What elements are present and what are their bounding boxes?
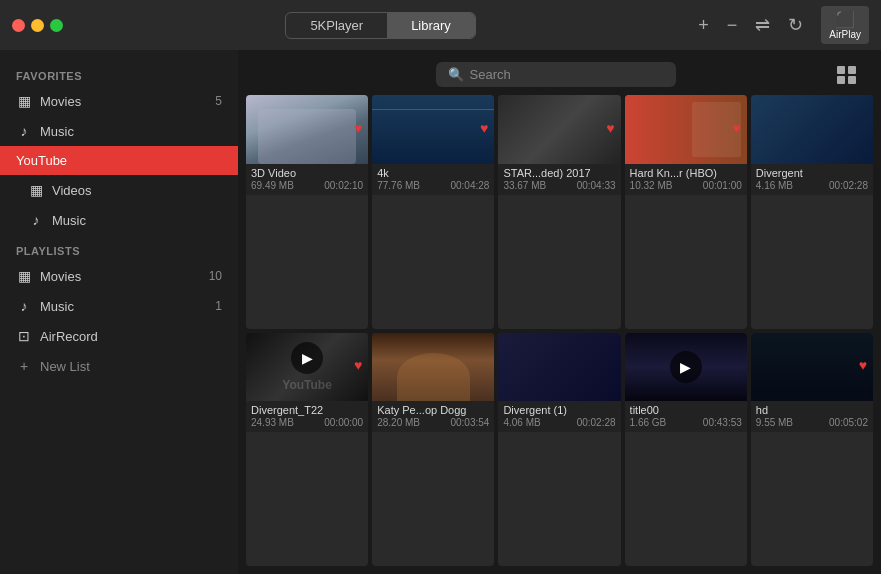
heart-icon[interactable]: ♥ bbox=[354, 357, 362, 373]
heart-icon[interactable]: ♥ bbox=[480, 120, 488, 136]
video-title: Katy Pe...op Dogg bbox=[377, 404, 489, 416]
airrecord-icon: ⊡ bbox=[16, 328, 32, 344]
video-duration: 00:03:54 bbox=[450, 417, 489, 428]
video-size: 4.16 MB bbox=[756, 180, 793, 191]
video-duration: 00:02:10 bbox=[324, 180, 363, 191]
video-card-v2[interactable]: ♥4k77.76 MB00:04:28 bbox=[372, 95, 494, 329]
sidebar-item-label: Music bbox=[40, 299, 74, 314]
movies-icon: ▦ bbox=[16, 93, 32, 109]
video-card-v7[interactable]: Katy Pe...op Dogg28.20 MB00:03:54 bbox=[372, 333, 494, 567]
heart-icon[interactable]: ♥ bbox=[606, 120, 614, 136]
close-button[interactable] bbox=[12, 19, 25, 32]
traffic-lights bbox=[12, 19, 63, 32]
video-duration: 00:02:28 bbox=[577, 417, 616, 428]
grid-view-toggle[interactable] bbox=[837, 66, 857, 84]
sidebar-item-yt-videos[interactable]: ▦ Videos bbox=[0, 175, 238, 205]
titlebar-right: + − ⇌ ↻ ⬛ AirPlay bbox=[698, 6, 869, 44]
video-duration: 00:43:53 bbox=[703, 417, 742, 428]
add-list-icon: + bbox=[16, 358, 32, 374]
video-title: Divergent_T22 bbox=[251, 404, 363, 416]
sidebar-item-airrecord[interactable]: ⊡ AirRecord bbox=[0, 321, 238, 351]
video-grid: ♥3D Video69.49 MB00:02:10♥4k77.76 MB00:0… bbox=[238, 95, 881, 574]
video-size: 33.67 MB bbox=[503, 180, 546, 191]
video-duration: 00:04:33 bbox=[577, 180, 616, 191]
video-size: 69.49 MB bbox=[251, 180, 294, 191]
sidebar-item-count: 1 bbox=[215, 299, 222, 313]
add-icon[interactable]: + bbox=[698, 15, 709, 36]
video-duration: 00:04:28 bbox=[450, 180, 489, 191]
refresh-icon[interactable]: ↻ bbox=[788, 14, 803, 36]
video-title: Divergent (1) bbox=[503, 404, 615, 416]
video-duration: 00:01:00 bbox=[703, 180, 742, 191]
heart-icon[interactable]: ♥ bbox=[732, 120, 740, 136]
video-size: 10.32 MB bbox=[630, 180, 673, 191]
video-duration: 00:05:02 bbox=[829, 417, 868, 428]
sidebar-item-pl-movies[interactable]: ▦ Movies 10 bbox=[0, 261, 238, 291]
heart-icon[interactable]: ♥ bbox=[859, 357, 867, 373]
shuffle-icon[interactable]: ⇌ bbox=[755, 14, 770, 36]
search-input[interactable] bbox=[470, 67, 664, 82]
search-bar-row: 🔍 bbox=[238, 50, 881, 95]
sidebar-item-favorites-music[interactable]: ♪ Music bbox=[0, 116, 238, 146]
video-card-v8[interactable]: Divergent (1)4.06 MB00:02:28 bbox=[498, 333, 620, 567]
main-layout: Favorites ▦ Movies 5 ♪ Music YouTube ▦ V… bbox=[0, 50, 881, 574]
sidebar-item-count: 5 bbox=[215, 94, 222, 108]
airplay-icon: ⬛ bbox=[835, 10, 855, 29]
sidebar-item-pl-music[interactable]: ♪ Music 1 bbox=[0, 291, 238, 321]
content-area: 🔍 ♥3D Video69.49 MB00:02:10♥4k77.76 MB00… bbox=[238, 50, 881, 574]
sidebar-item-label: New List bbox=[40, 359, 90, 374]
video-title: Divergent bbox=[756, 167, 868, 179]
videos-icon: ▦ bbox=[28, 182, 44, 198]
grid-dot bbox=[848, 76, 856, 84]
video-size: 77.76 MB bbox=[377, 180, 420, 191]
sidebar-item-favorites-movies[interactable]: ▦ Movies 5 bbox=[0, 86, 238, 116]
video-title: Hard Kn...r (HBO) bbox=[630, 167, 742, 179]
pl-movies-icon: ▦ bbox=[16, 268, 32, 284]
video-title: 3D Video bbox=[251, 167, 363, 179]
video-duration: 00:00:00 bbox=[324, 417, 363, 428]
sidebar-item-label: AirRecord bbox=[40, 329, 98, 344]
tab-5kplayer[interactable]: 5KPlayer bbox=[286, 13, 387, 38]
airplay-button[interactable]: ⬛ AirPlay bbox=[821, 6, 869, 44]
video-size: 24.93 MB bbox=[251, 417, 294, 428]
sidebar-item-count: 10 bbox=[209, 269, 222, 283]
video-title: STAR...ded) 2017 bbox=[503, 167, 615, 179]
video-duration: 00:02:28 bbox=[829, 180, 868, 191]
sidebar: Favorites ▦ Movies 5 ♪ Music YouTube ▦ V… bbox=[0, 50, 238, 574]
video-size: 4.06 MB bbox=[503, 417, 540, 428]
video-card-v9[interactable]: ▶ title001.66 GB00:43:53 bbox=[625, 333, 747, 567]
video-card-v1[interactable]: ♥3D Video69.49 MB00:02:10 bbox=[246, 95, 368, 329]
tab-library[interactable]: Library bbox=[387, 13, 475, 38]
sidebar-item-yt-music[interactable]: ♪ Music bbox=[0, 205, 238, 235]
video-card-v6[interactable]: ▶ YouTube ♥Divergent_T2224.93 MB00:00:00 bbox=[246, 333, 368, 567]
video-card-v10[interactable]: ♥hd9.55 MB00:05:02 bbox=[751, 333, 873, 567]
video-card-v3[interactable]: ♥STAR...ded) 201733.67 MB00:04:33 bbox=[498, 95, 620, 329]
sidebar-item-label: Music bbox=[40, 124, 74, 139]
minimize-button[interactable] bbox=[31, 19, 44, 32]
video-size: 1.66 GB bbox=[630, 417, 667, 428]
video-title: 4k bbox=[377, 167, 489, 179]
grid-dot bbox=[848, 66, 856, 74]
heart-icon[interactable]: ♥ bbox=[354, 120, 362, 136]
video-card-v5[interactable]: Divergent4.16 MB00:02:28 bbox=[751, 95, 873, 329]
minus-icon[interactable]: − bbox=[727, 15, 738, 36]
favorites-section-title: Favorites bbox=[0, 60, 238, 86]
pl-music-icon: ♪ bbox=[16, 298, 32, 314]
sidebar-item-youtube[interactable]: YouTube bbox=[0, 146, 238, 175]
search-icon: 🔍 bbox=[448, 67, 464, 82]
new-list-item[interactable]: + New List bbox=[0, 351, 238, 381]
airplay-label: AirPlay bbox=[829, 29, 861, 40]
maximize-button[interactable] bbox=[50, 19, 63, 32]
music-icon: ♪ bbox=[16, 123, 32, 139]
music-icon2: ♪ bbox=[28, 212, 44, 228]
grid-dot bbox=[837, 66, 845, 74]
video-size: 28.20 MB bbox=[377, 417, 420, 428]
video-title: hd bbox=[756, 404, 868, 416]
titlebar: 5KPlayer Library + − ⇌ ↻ ⬛ AirPlay bbox=[0, 0, 881, 50]
youtube-label: YouTube bbox=[16, 153, 67, 168]
video-title: title00 bbox=[630, 404, 742, 416]
video-card-v4[interactable]: ♥Hard Kn...r (HBO)10.32 MB00:01:00 bbox=[625, 95, 747, 329]
grid-dot bbox=[837, 76, 845, 84]
search-bar: 🔍 bbox=[436, 62, 676, 87]
sidebar-item-label: Videos bbox=[52, 183, 92, 198]
